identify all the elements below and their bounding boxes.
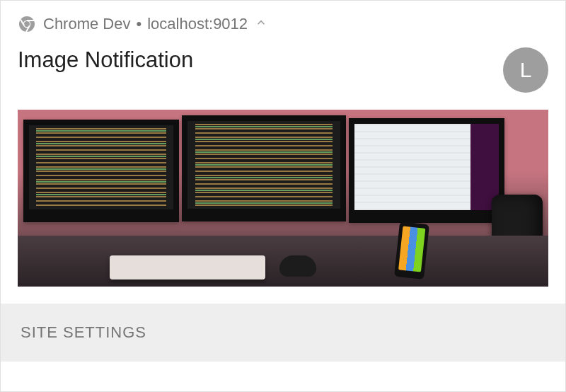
avatar: L xyxy=(503,47,548,93)
origin-host: localhost:9012 xyxy=(147,15,248,33)
keyboard xyxy=(110,255,265,279)
chrome-icon xyxy=(18,15,36,33)
separator-dot: • xyxy=(136,15,142,33)
monitor-center xyxy=(182,115,346,221)
notification-title: Image Notification xyxy=(18,47,193,73)
mouse xyxy=(279,255,316,277)
collapse-icon[interactable] xyxy=(255,16,267,32)
notification-source: Chrome Dev • localhost:9012 xyxy=(43,15,248,33)
site-settings-button[interactable]: SITE SETTINGS xyxy=(21,323,146,342)
monitor-right xyxy=(349,118,504,223)
notification-image xyxy=(18,110,548,287)
notification-card: Chrome Dev • localhost:9012 Image Notifi… xyxy=(1,1,565,362)
notification-header[interactable]: Chrome Dev • localhost:9012 xyxy=(1,1,565,42)
avatar-letter: L xyxy=(520,58,532,82)
phone xyxy=(394,221,429,279)
app-name: Chrome Dev xyxy=(43,15,130,33)
notification-title-row: Image Notification L xyxy=(1,42,565,107)
action-bar: SITE SETTINGS xyxy=(1,304,565,362)
monitor-left xyxy=(23,120,179,222)
